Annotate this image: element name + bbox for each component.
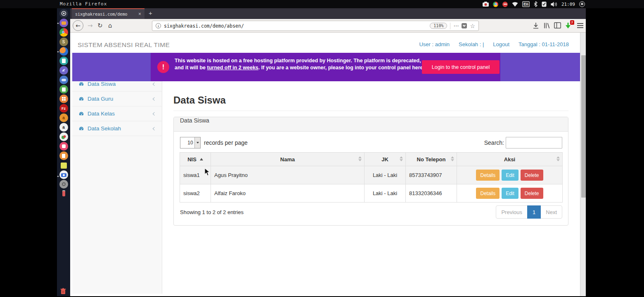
forward-button[interactable]: → — [88, 22, 93, 29]
nav-user[interactable]: User : admin — [419, 41, 450, 47]
divider — [450, 23, 450, 29]
records-per-page-label: records per page — [204, 139, 248, 146]
column-header-nama[interactable]: Nama — [211, 153, 365, 166]
dock-icon-amazon[interactable]: a — [59, 123, 68, 132]
reload-button[interactable]: ↻ — [97, 22, 103, 29]
chrome-tray-icon[interactable] — [493, 2, 498, 7]
dock-icon-chrome[interactable] — [59, 28, 68, 37]
dock-icon-camera-app[interactable] — [59, 170, 68, 179]
url-text[interactable]: sixghakreasi.com/demo/absen/ — [164, 23, 427, 29]
zoom-level-badge[interactable]: 110% — [430, 23, 447, 29]
dock-icon-orange-a-app[interactable]: a — [59, 113, 68, 122]
desktop-screen: Mozilla Firefox En 21:09 S Fz a a — [0, 0, 644, 297]
column-header-jk[interactable]: JK — [365, 153, 406, 166]
site-info-icon[interactable]: i — [156, 23, 161, 28]
banner-line1: This website is hosted on a free hosting… — [175, 58, 421, 64]
bluetooth-icon[interactable] — [534, 1, 537, 7]
dock-icon-blue-app[interactable] — [59, 75, 68, 84]
nav-school[interactable]: Sekolah : | — [459, 41, 484, 47]
sidebar-toggle-button[interactable] — [554, 22, 561, 30]
records-per-page-select[interactable]: 10 — [180, 137, 201, 148]
pagination-previous[interactable]: Previous — [496, 205, 528, 219]
pagination-page-1[interactable]: 1 — [527, 205, 541, 219]
control-panel-login-button[interactable]: Login to the control panel — [422, 60, 500, 74]
nav-logout[interactable]: Logout — [493, 41, 509, 47]
column-header-aksi[interactable]: Aksi — [457, 153, 563, 166]
search-input[interactable] — [506, 137, 562, 148]
select-dropdown-arrow-icon[interactable] — [194, 137, 200, 148]
delete-button[interactable]: Delete — [521, 188, 543, 199]
wifi-icon[interactable] — [512, 2, 518, 7]
downloads-button[interactable] — [533, 22, 539, 31]
clock[interactable]: 21:09 — [561, 2, 575, 7]
home-button[interactable]: ⌂ — [108, 22, 112, 29]
new-tab-button[interactable]: + — [149, 9, 152, 16]
url-bar[interactable]: i sixghakreasi.com/demo/absen/ 110% ⋯ ☆ — [152, 21, 479, 31]
dock-icon-sticky-notes[interactable] — [59, 161, 68, 170]
dock-icon-settings-gear[interactable] — [59, 180, 68, 189]
screenshot-camera-icon[interactable] — [483, 2, 489, 7]
column-header-nis[interactable]: NIS — [180, 153, 211, 166]
dock-icon-filezilla[interactable]: Fz — [59, 104, 68, 113]
keyboard-layout-indicator[interactable]: En — [522, 1, 530, 7]
dock-icon-pink-app[interactable] — [59, 142, 68, 151]
dock-icon-fruit-app[interactable] — [59, 132, 68, 141]
bookmark-star-icon[interactable]: ☆ — [470, 23, 475, 29]
sidebar-label: Data Guru — [88, 96, 150, 102]
sidebar-item-data-sekolah[interactable]: Data Sekolah — [72, 121, 162, 136]
gauge-icon — [78, 81, 84, 87]
dock-icon-firefox[interactable] — [59, 47, 68, 56]
delete-button[interactable]: Delete — [521, 170, 543, 181]
sidebar-label: Data Siswa — [88, 81, 150, 87]
dock-icon-trash[interactable] — [60, 288, 66, 296]
page-actions-icon[interactable]: ⋯ — [453, 23, 459, 29]
header-label: No Telepon — [417, 156, 446, 163]
cell-telepon: 85733743907 — [406, 166, 457, 184]
dock-icon-document-app[interactable] — [59, 151, 68, 160]
session-menu-icon[interactable] — [579, 1, 585, 7]
gauge-icon — [78, 111, 84, 117]
dock-icon-text-editor[interactable] — [59, 57, 68, 65]
site-brand: SISTEM ABSENSI REAL TIME — [78, 41, 170, 49]
edit-button[interactable]: Edit — [502, 170, 519, 181]
gauge-icon — [78, 126, 84, 132]
do-not-disturb-icon[interactable] — [502, 2, 508, 7]
sidebar-item-data-guru[interactable]: Data Guru — [72, 92, 162, 106]
menu-hamburger-icon[interactable] — [577, 23, 583, 24]
banner-message: This website is hosted on a free hosting… — [175, 57, 424, 71]
tab-close-icon[interactable]: × — [138, 11, 141, 17]
records-per-page-value: 10 — [187, 140, 193, 146]
dock-icon-screen-recorder[interactable] — [59, 9, 68, 18]
details-button[interactable]: Details — [476, 188, 500, 199]
dock-icon-usb-drive[interactable] — [59, 189, 68, 198]
details-button[interactable]: Details — [476, 170, 500, 181]
sidebar-item-data-kelas[interactable]: Data Kelas — [72, 106, 162, 121]
sort-icon — [358, 156, 362, 161]
battery-check-icon[interactable] — [542, 1, 547, 7]
nav-date[interactable]: Tanggal : 01-11-2018 — [519, 41, 569, 47]
cell-aksi: Details Edit Delete — [457, 166, 563, 184]
browser-tab[interactable]: sixghakreasi.com/demo × — [72, 8, 144, 19]
volume-icon[interactable] — [551, 2, 557, 7]
column-header-no-telepon[interactable]: No Telepon — [406, 153, 457, 166]
dock-icon-files[interactable] — [59, 19, 68, 27]
library-button[interactable] — [543, 22, 550, 31]
page-viewport: SISTEM ABSENSI REAL TIME User : admin Se… — [70, 33, 586, 296]
scrollbar-thumb[interactable] — [581, 55, 586, 198]
dock-icon-app-grid[interactable] — [59, 94, 68, 103]
navigation-toolbar: ← → ↻ ⌂ i sixghakreasi.com/demo/absen/ 1… — [70, 19, 586, 33]
download-manager-addon-icon[interactable]: 7 — [565, 22, 571, 31]
cell-aksi: Details Edit Delete — [457, 184, 563, 203]
dock-icon-sublime[interactable]: S — [59, 38, 68, 46]
header-label: NIS — [187, 156, 197, 163]
edit-button[interactable]: Edit — [502, 188, 519, 199]
cell-nama: Alfaiz Faroko — [211, 184, 365, 203]
pagination-next[interactable]: Next — [540, 205, 562, 219]
search-control: Search: — [484, 137, 562, 148]
chevron-left-icon — [153, 97, 156, 100]
dock-icon-green-app[interactable] — [59, 85, 68, 94]
back-button[interactable]: ← — [73, 20, 83, 31]
dock-icon-dolphin-app[interactable] — [59, 66, 68, 75]
pocket-icon[interactable] — [462, 23, 467, 28]
page-scrollbar[interactable] — [580, 33, 586, 296]
